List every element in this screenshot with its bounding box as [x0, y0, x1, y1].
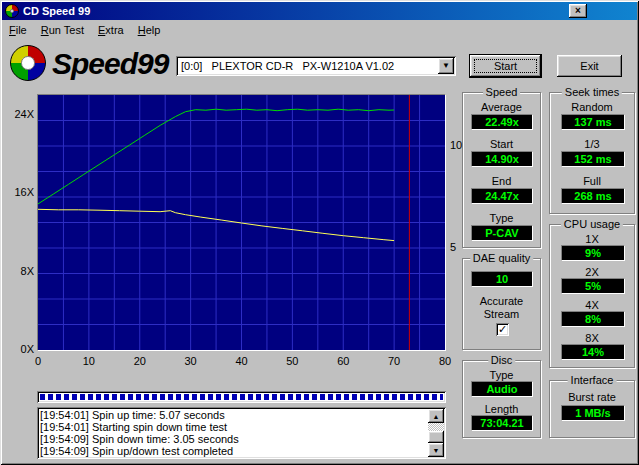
drive-selector[interactable]: [0:0] PLEXTOR CD-R PX-W1210A V1.02 ▼ [176, 56, 456, 76]
cpu-8x-value: 14% [561, 344, 625, 360]
arrow-down-icon: ▼ [433, 447, 440, 454]
app-window: CD Speed 99 × FileRun TestExtraHelp Spee… [0, 0, 639, 465]
disc-type-value: Audio [471, 381, 533, 397]
menu-bar: FileRun TestExtraHelp [2, 20, 637, 40]
menu-item-help[interactable]: Help [131, 21, 168, 39]
end-speed-value: 24.47x [471, 188, 533, 204]
scroll-up-button[interactable]: ▲ [428, 409, 444, 423]
random-seek-value: 137 ms [561, 114, 625, 130]
seek-times-panel: Seek times Random 137 ms 1/3 152 ms Full… [549, 92, 635, 214]
end-speed-label: End [463, 175, 540, 187]
cpu-usage-panel-title: CPU usage [561, 218, 623, 230]
dae-quality-panel: DAE quality 10 Accurate Stream ✓ [462, 258, 541, 350]
burst-rate-label: Burst rate [550, 391, 634, 403]
disc-length-value: 73:04.21 [471, 415, 533, 431]
progress-bar-fill [40, 394, 443, 400]
left-axis-tick-label: 8X [4, 265, 34, 277]
accurate-stream-checkbox[interactable]: ✓ [496, 323, 509, 336]
x-axis-tick-label: 80 [439, 355, 451, 367]
log-line: [19:54:09] Spin down time: 3.05 seconds [40, 433, 426, 445]
scrollbar-thumb[interactable] [428, 431, 444, 443]
seek-times-panel-title: Seek times [562, 86, 622, 98]
menu-item-extra[interactable]: Extra [91, 21, 131, 39]
cd-logo-icon [10, 45, 46, 81]
interface-panel: Interface Burst rate 1 MB/s [549, 380, 635, 438]
average-label: Average [463, 101, 540, 113]
speed-panel-title: Speed [483, 86, 521, 98]
drive-selector-value: [0:0] PLEXTOR CD-R PX-W1210A V1.02 [181, 60, 434, 72]
burst-rate-value: 1 MB/s [561, 405, 625, 421]
cpu-4x-label: 4X [550, 299, 634, 311]
checkmark-icon: ✓ [498, 323, 507, 335]
full-seek-value: 268 ms [561, 188, 625, 204]
dae-quality-value: 10 [471, 271, 533, 287]
cpu-8x-label: 8X [550, 332, 634, 344]
interface-panel-title: Interface [568, 374, 617, 386]
log-scrollbar[interactable]: ▲ ▼ [428, 409, 444, 457]
start-button[interactable]: Start [470, 55, 541, 77]
x-axis-tick-label: 40 [235, 355, 247, 367]
disc-type-label: Type [463, 369, 540, 381]
full-seek-label: Full [550, 175, 634, 187]
app-logo-text: Speed99 [52, 47, 168, 81]
drive-selector-dropdown-button[interactable]: ▼ [438, 58, 454, 74]
cpu-usage-panel: CPU usage 1X 9% 2X 5% 4X 8% 8X 14% [549, 224, 635, 368]
cpu-4x-value: 8% [561, 311, 625, 327]
log-lines: [19:54:01] Spin up time: 5.07 seconds[19… [40, 409, 426, 457]
left-axis-tick-label: 16X [4, 186, 34, 198]
cpu-2x-value: 5% [561, 278, 625, 294]
random-seek-label: Random [550, 101, 634, 113]
one-third-seek-label: 1/3 [550, 138, 634, 150]
log-box[interactable]: [19:54:01] Spin up time: 5.07 seconds[19… [37, 407, 446, 459]
right-axis-tick-label: 5 [450, 241, 456, 253]
menu-item-file[interactable]: File [2, 21, 34, 39]
speed-type-label: Type [463, 212, 540, 224]
log-line: [19:54:01] Starting spin down time test [40, 421, 426, 433]
one-third-seek-value: 152 ms [561, 151, 625, 167]
scroll-down-button[interactable]: ▼ [428, 443, 444, 457]
x-axis-tick-label: 60 [337, 355, 349, 367]
disc-panel-title: Disc [488, 354, 515, 366]
arrow-up-icon: ▲ [433, 413, 440, 420]
x-axis-tick-label: 30 [185, 355, 197, 367]
x-axis-tick-label: 10 [83, 355, 95, 367]
disc-panel: Disc Type Audio Length 73:04.21 [462, 360, 541, 438]
cpu-1x-label: 1X [550, 233, 634, 245]
speed-chart [37, 94, 446, 351]
x-axis-tick-label: 50 [286, 355, 298, 367]
chevron-down-icon: ▼ [442, 61, 450, 70]
average-speed-value: 22.49x [471, 114, 533, 130]
dae-quality-panel-title: DAE quality [470, 252, 533, 264]
focus-rectangle [474, 59, 537, 73]
window-title: CD Speed 99 [23, 5, 90, 17]
cd-app-icon [5, 4, 19, 18]
log-line: [19:54:01] Spin up time: 5.07 seconds [40, 409, 426, 421]
chart-canvas [38, 95, 445, 350]
x-axis-tick-label: 70 [388, 355, 400, 367]
exit-button-label: Exit [557, 55, 622, 77]
log-line: [19:54:09] Spin up/down test completed [40, 445, 426, 457]
disc-length-label: Length [463, 403, 540, 415]
x-axis-tick-label: 0 [35, 355, 41, 367]
speed-type-value: P-CAV [471, 225, 533, 241]
start-speed-value: 14.90x [471, 151, 533, 167]
speed-panel: Speed Average 22.49x Start 14.90x End 24… [462, 92, 541, 248]
cpu-1x-value: 9% [561, 245, 625, 261]
accurate-stream-label: Accurate Stream [474, 295, 529, 321]
left-axis-tick-label: 0X [4, 343, 34, 355]
start-speed-label: Start [463, 138, 540, 150]
exit-button[interactable]: Exit [557, 55, 622, 77]
right-axis-tick-label: 10 [450, 139, 462, 151]
progress-bar [37, 391, 446, 403]
close-icon: × [575, 5, 581, 16]
menu-item-run-test[interactable]: Run Test [34, 21, 91, 39]
title-bar[interactable]: CD Speed 99 × [2, 2, 637, 20]
cpu-2x-label: 2X [550, 266, 634, 278]
x-axis-tick-label: 20 [134, 355, 146, 367]
close-button[interactable]: × [569, 4, 587, 18]
left-axis-tick-label: 24X [4, 108, 34, 120]
